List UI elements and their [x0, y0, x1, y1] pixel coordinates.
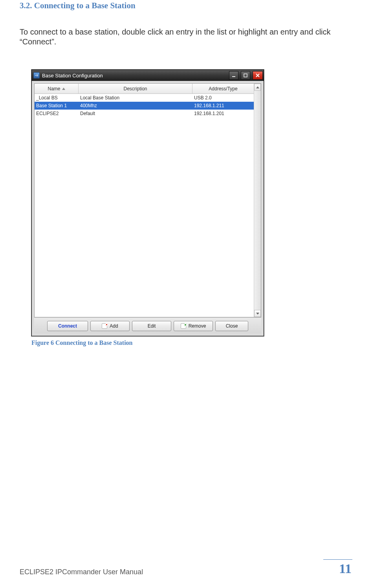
col-name-header[interactable]: Name [35, 84, 79, 93]
cell-desc: Local Base Station [79, 95, 192, 101]
edit-button[interactable]: Edit [132, 321, 171, 331]
edit-label: Edit [148, 323, 156, 329]
remove-icon [181, 323, 186, 329]
body-paragraph: To connect to a base station, double cli… [20, 27, 352, 47]
maximize-button[interactable] [241, 71, 250, 80]
minimize-button[interactable] [229, 71, 238, 80]
cell-addr: 192.168.1.201 [192, 111, 254, 116]
scroll-track[interactable] [254, 91, 261, 310]
col-addr-label: Address/Type [209, 86, 237, 92]
connect-button[interactable]: Connect [47, 321, 88, 331]
window-titlebar[interactable]: Base Station Configuration [32, 70, 264, 81]
table-row[interactable]: Base Station 1 400Mhz 192.168.1.211 [35, 102, 254, 110]
cell-name: _Local BS [35, 95, 79, 101]
cell-addr: USB 2.0 [192, 95, 254, 101]
button-bar: Connect Add Edit Remove Close [34, 317, 261, 333]
window-content: Name Description Address/Type _Local BS [32, 81, 264, 336]
section-heading: 3.2. Connecting to a Base Station [20, 0, 352, 11]
col-name-label: Name [48, 86, 60, 92]
cell-name: Base Station 1 [35, 103, 79, 108]
figure: Base Station Configuration Name [31, 70, 352, 346]
config-window: Base Station Configuration Name [31, 70, 264, 336]
chevron-down-icon [256, 313, 259, 315]
cell-name: ECLIPSE2 [35, 111, 79, 116]
close-button[interactable]: Close [215, 321, 248, 331]
chevron-up-icon [256, 86, 259, 88]
table-row[interactable]: ECLIPSE2 Default 192.168.1.201 [35, 110, 254, 117]
scroll-up-button[interactable] [254, 84, 261, 91]
table-header: Name Description Address/Type [35, 84, 254, 94]
close-label: Close [226, 323, 238, 329]
page-number: 11 [323, 559, 352, 576]
sort-asc-icon [62, 88, 65, 90]
window-title: Base Station Configuration [42, 73, 227, 79]
svg-rect-1 [244, 74, 247, 77]
page-footer: ECLIPSE2 IPCommander User Manual 11 [20, 559, 352, 576]
col-desc-label: Description [123, 86, 147, 92]
table-row[interactable]: _Local BS Local Base Station USB 2.0 [35, 94, 254, 102]
scroll-down-button[interactable] [254, 310, 261, 317]
connect-label: Connect [58, 323, 77, 329]
close-window-button[interactable] [253, 71, 263, 80]
remove-button[interactable]: Remove [174, 321, 213, 331]
vertical-scrollbar[interactable] [254, 84, 261, 317]
add-icon [102, 323, 107, 329]
col-desc-header[interactable]: Description [79, 84, 192, 93]
app-icon [33, 72, 40, 79]
col-addr-header[interactable]: Address/Type [192, 84, 254, 93]
figure-caption: Figure 6 Connecting to a Base Station [31, 339, 352, 346]
remove-label: Remove [189, 323, 206, 329]
add-label: Add [110, 323, 118, 329]
cell-desc: Default [79, 111, 192, 116]
svg-rect-0 [232, 76, 235, 77]
station-table: Name Description Address/Type _Local BS [34, 83, 261, 317]
table-body: _Local BS Local Base Station USB 2.0 Bas… [35, 94, 254, 317]
cell-addr: 192.168.1.211 [192, 103, 254, 108]
cell-desc: 400Mhz [79, 103, 192, 108]
footer-doc-title: ECLIPSE2 IPCommander User Manual [20, 568, 143, 576]
add-button[interactable]: Add [90, 321, 130, 331]
